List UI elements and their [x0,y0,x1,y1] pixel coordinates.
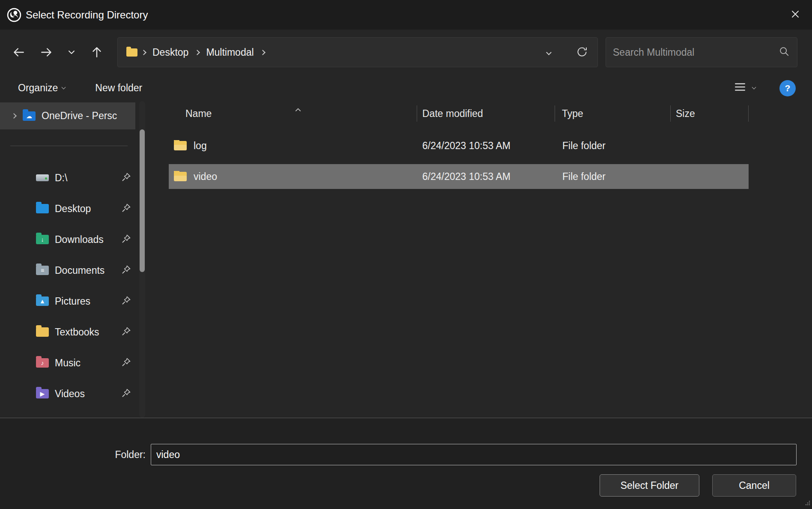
column-label: Size [676,108,695,120]
pictures-folder-icon: ▲ [36,296,49,306]
pin-icon [122,234,131,245]
folder-label: Folder: [99,449,151,461]
sidebar-item-label: Downloads [55,234,104,246]
sidebar-item-music[interactable]: ♪ Music [0,347,153,378]
file-row-log[interactable]: log 6/24/2023 10:53 AM File folder [169,133,749,158]
desktop-folder-icon [36,204,49,213]
column-header-name[interactable]: Name [153,105,417,122]
breadcrumb-folder-icon [126,48,137,57]
file-row-video[interactable]: video 6/24/2023 10:53 AM File folder [169,164,749,189]
select-recording-directory-dialog: Select Recording Directory Desktop Multi… [0,0,812,509]
pin-icon [122,357,131,368]
folder-icon [174,172,187,181]
close-button[interactable] [785,4,806,26]
dialog-footer: Folder: Select Folder Cancel [0,418,812,509]
cloud-glyph: ☁ [23,111,36,121]
pin-icon [122,265,131,276]
videos-folder-icon: ▶ [36,389,49,398]
sidebar-item-drive-d[interactable]: D:\ [0,162,153,193]
file-list: Name Date modified Type Size log 6/24/20… [153,101,812,418]
back-button[interactable] [9,42,29,63]
sidebar-item-label: Music [55,357,81,369]
scrollbar-thumb[interactable] [140,129,145,272]
sidebar-item-textbooks[interactable]: Textbooks [0,317,153,347]
pin-icon [122,172,131,183]
sidebar-item-label: Desktop [55,203,91,215]
icon-glyph: ▶ [36,389,49,398]
pin-icon [122,326,131,338]
column-label: Date modified [422,108,483,120]
folder-icon [174,141,187,150]
sidebar-item-label: Textbooks [55,326,99,338]
sidebar-item-label: Videos [55,388,85,400]
breadcrumb-chevron-icon[interactable] [195,50,200,55]
file-list-header: Name Date modified Type Size [153,101,812,126]
column-header-date-modified[interactable]: Date modified [417,105,555,122]
icon-glyph [36,204,49,213]
sidebar-item-onedrive[interactable]: ☁ OneDrive - Persc [0,102,135,129]
new-folder-button[interactable]: New folder [95,82,142,94]
refresh-icon [576,45,588,60]
address-bar[interactable]: Desktop Multimodal [117,37,598,67]
icon-glyph: ↓ [36,235,49,244]
help-button[interactable]: ? [779,80,796,96]
file-name: video [194,171,217,183]
file-type: File folder [555,171,671,183]
chevron-down-icon [752,85,756,90]
chevron-down-icon [62,85,66,90]
onedrive-folder-icon: ☁ [23,111,36,121]
view-options-button[interactable] [734,81,755,96]
documents-folder-icon: ≡ [36,266,49,275]
breadcrumb-item-desktop[interactable]: Desktop [150,47,191,58]
resize-grip[interactable] [804,500,810,507]
icon-glyph [36,327,49,337]
address-dropdown-button[interactable] [539,43,558,62]
navigation-bar: Desktop Multimodal [0,30,812,75]
cancel-button[interactable]: Cancel [712,474,796,497]
column-header-type[interactable]: Type [555,105,671,122]
search-icon [778,45,790,59]
window-title: Select Recording Directory [26,9,148,21]
select-folder-button[interactable]: Select Folder [600,474,699,497]
new-folder-label: New folder [95,82,142,94]
breadcrumb-chevron-icon[interactable] [141,50,146,55]
sidebar-item-label: Documents [55,265,104,276]
expand-chevron-icon[interactable] [11,113,17,119]
pin-icon [122,296,131,307]
organize-label: Organize [18,82,58,94]
icon-glyph: ♪ [36,358,49,368]
chevron-down-icon [546,50,552,55]
column-header-spacer [749,105,812,122]
textbooks-folder-icon [36,327,49,337]
breadcrumb-item-multimodal[interactable]: Multimodal [203,47,256,58]
sidebar-item-desktop[interactable]: Desktop [0,193,153,224]
command-bar: Organize New folder ? [0,75,812,101]
sidebar-item-documents[interactable]: ≡ Documents [0,255,153,286]
sidebar-item-label: Pictures [55,296,90,307]
sidebar-item-videos[interactable]: ▶ Videos [0,378,153,409]
recent-locations-button[interactable] [63,42,80,63]
refresh-button[interactable] [573,43,591,62]
file-date-modified: 6/24/2023 10:53 AM [417,171,555,183]
pin-icon [122,388,131,399]
pinned-items-list: D:\ Desktop ↓ Downloads [0,162,153,409]
navigation-pane: ☁ OneDrive - Persc D:\ Desktop [0,101,153,418]
downloads-folder-icon: ↓ [36,235,49,244]
search-input[interactable] [613,47,778,58]
content-area: ☁ OneDrive - Persc D:\ Desktop [0,101,812,418]
sidebar-divider [10,146,128,146]
breadcrumb-chevron-icon[interactable] [260,50,266,55]
sidebar-scrollbar[interactable] [139,101,145,418]
organize-button[interactable]: Organize [18,82,65,94]
search-box [606,37,797,67]
sidebar-item-downloads[interactable]: ↓ Downloads [0,224,153,255]
sidebar-item-pictures[interactable]: ▲ Pictures [0,286,153,317]
up-button[interactable] [87,42,107,63]
icon-glyph: ▲ [36,296,49,306]
column-label: Type [562,108,583,120]
folder-name-input[interactable] [151,444,797,465]
details-view-icon [734,81,746,96]
icon-glyph: ≡ [36,266,49,275]
column-header-size[interactable]: Size [671,105,749,122]
forward-button[interactable] [36,42,57,63]
